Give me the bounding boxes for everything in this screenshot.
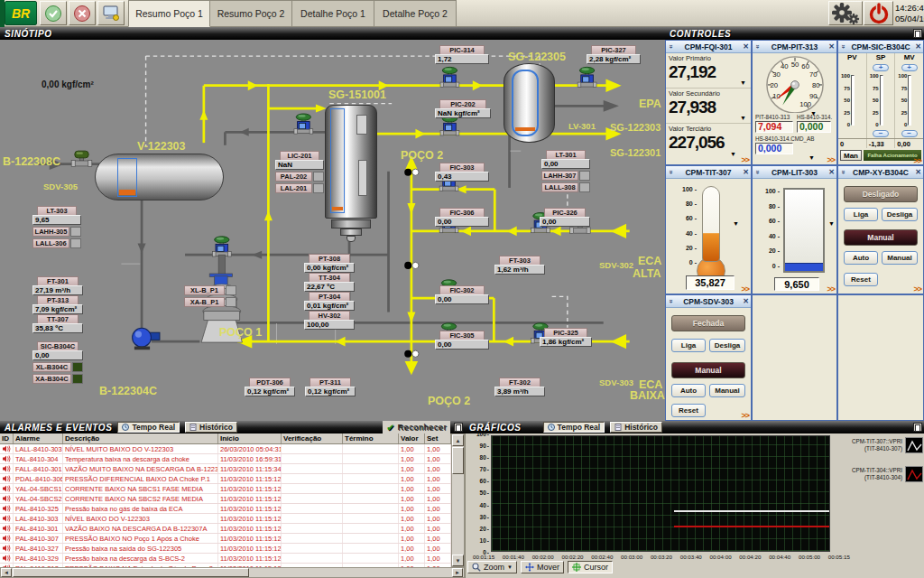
table-sic-stack[interactable]: SIC-B304C 0,00 XL-B304C XA-B304C <box>32 341 83 384</box>
alarms-historico-button[interactable]: Histórico <box>185 422 237 433</box>
close-icon[interactable]: ✕ <box>741 42 751 51</box>
table-fic305[interactable]: FIC-305 0,00 <box>435 331 489 350</box>
expand-icon[interactable]: >> <box>913 284 921 294</box>
vessel-v122303[interactable] <box>95 154 224 200</box>
tab-detalhe-poco-1[interactable]: Detalhe Poço 1 <box>292 0 374 27</box>
valve-pic-314[interactable] <box>440 67 459 87</box>
connection-error-button[interactable] <box>69 1 96 25</box>
trend-pan-button[interactable]: Mover <box>521 561 564 573</box>
alarm-row[interactable]: PAL-8410-325 Pressão baixa no gás de bai… <box>0 504 451 514</box>
close-icon[interactable]: ✕ <box>741 168 751 176</box>
alarm-vscrollbar[interactable]: ▲ ▼ <box>451 434 465 567</box>
tab-detalhe-poco-2[interactable]: Detalhe Poço 2 <box>374 0 457 27</box>
alarm-row[interactable]: LALL-8410-303 NÍVEL MUITO BAIXO DO V-122… <box>0 444 451 454</box>
alarm-row[interactable]: PDAL-8410-306 PRESSÃO DIFERENCIAL BAIXO … <box>0 474 451 484</box>
acknowledge-area[interactable]: ✔ Reconhecer <box>383 421 450 434</box>
liga-button[interactable]: Liga <box>671 339 706 352</box>
reset-button[interactable]: Reset <box>844 273 878 286</box>
mv-increase-button[interactable]: + <box>901 64 918 71</box>
scroll-thumb[interactable] <box>452 447 464 474</box>
expand-icon[interactable]: >> <box>741 411 749 420</box>
collapse-icon[interactable]: « <box>667 167 675 177</box>
table-fic306[interactable]: FIC-306 0,00 <box>435 208 489 227</box>
expand-icon[interactable]: >> <box>913 156 921 165</box>
alarm-row[interactable]: PAL-8410-327 Pressão baixa na saída do S… <box>0 544 451 554</box>
alarm-row[interactable]: LAL-8410-303 NÍVEL BAIXO DO V-122303 11/… <box>0 514 451 524</box>
auto-button[interactable]: Auto <box>844 251 878 265</box>
table-pic327[interactable]: PIC-327 2,28 kgf/cm² <box>587 45 641 64</box>
valve-lic-201[interactable] <box>294 114 313 134</box>
vessel-sg151001[interactable] <box>325 105 377 219</box>
table-pic325[interactable]: PIC-325 1,86 kgf/cm² <box>540 328 592 347</box>
alarm-row[interactable]: YAL-04-SBCS1 CORRENTE BAIXO NA SBCS1 FAS… <box>0 484 451 494</box>
scroll-down-icon[interactable]: ▼ <box>452 555 464 566</box>
alarm-row[interactable]: YAL-04-SBCS2 CORRENTE BAIXO NA SBCS2 FAS… <box>0 494 451 504</box>
alarm-row[interactable]: FALL-8410-301 VAZÃO MUITO BAIXO NA DESCA… <box>0 464 451 474</box>
sp-increase-button[interactable]: + <box>873 64 889 71</box>
shutdown-button[interactable] <box>864 1 893 25</box>
alarm-hscrollbar[interactable]: ◄ ► <box>0 567 465 578</box>
sp-slider[interactable] <box>880 75 883 126</box>
maximize-icon[interactable] <box>913 29 922 38</box>
legend-entry[interactable]: CPM-TIT-304::VPRI(TIT-8410-304) <box>831 466 923 482</box>
liga-button[interactable]: Liga <box>844 208 878 221</box>
table-pdt306[interactable]: PDT-306 0,12 kgf/cm² <box>245 378 295 396</box>
table-ft303[interactable]: FT-303 1,62 m³/h <box>494 256 545 275</box>
table-lt303[interactable]: LT-303 9,65 LAHH-305 LALL-306 <box>32 206 81 248</box>
manual-button[interactable]: Manual <box>882 251 918 265</box>
alarm-row[interactable]: PAL-8410-307 PRESSÃO BAIXO NO Poço 1 Apó… <box>0 534 451 544</box>
dropdown-icon[interactable]: ▼ <box>740 79 746 86</box>
legend-entry[interactable]: CPM-TIT-307::VPRI(TIT-8410-307) <box>831 437 923 453</box>
collapse-icon[interactable]: « <box>839 167 847 177</box>
sp-decrease-button[interactable]: − <box>873 130 889 137</box>
scroll-thumb[interactable] <box>13 568 249 577</box>
col-set[interactable]: Set <box>425 434 451 443</box>
table-lt301[interactable]: LT-301 0,00 LAHH-307 LALL-308 <box>541 150 590 192</box>
table-fic303[interactable]: FIC-303 0,43 <box>435 163 489 182</box>
col-descricao[interactable]: Descrição <box>63 434 218 443</box>
close-icon[interactable]: ✕ <box>913 42 923 51</box>
col-alarme[interactable]: Alarme <box>14 434 63 443</box>
table-pic202[interactable]: PIC-202 NaN kgf/cm² <box>435 99 491 118</box>
table-pic314[interactable]: PIC-314 1,72 <box>435 45 489 64</box>
col-verificacao[interactable]: Verificação <box>282 434 343 443</box>
expand-icon[interactable]: >> <box>741 284 749 294</box>
table-lic201[interactable]: LIC-201 NaN PAL-202 LAL-201 <box>275 151 324 193</box>
pv-slider[interactable] <box>851 75 855 126</box>
dropdown-icon[interactable]: ▼ <box>733 220 739 227</box>
desliga-button[interactable]: Desliga <box>709 339 745 352</box>
connection-ok-button[interactable] <box>40 1 67 25</box>
collapse-icon[interactable]: « <box>753 167 762 177</box>
graphics-historico-button[interactable]: Histórico <box>610 422 662 433</box>
close-icon[interactable]: ✕ <box>913 168 923 176</box>
table-xl-bp1[interactable]: XL-B_P1 XA-B_P1 <box>184 285 236 307</box>
table-ft302[interactable]: FT-302 3,89 m³/h <box>494 378 545 396</box>
col-id[interactable]: ID <box>0 434 14 443</box>
maximize-icon[interactable] <box>913 423 922 432</box>
valve-pic-202[interactable] <box>440 116 459 135</box>
graphics-tempo-real-button[interactable]: Tempo Real <box>543 422 605 433</box>
trend-plot[interactable] <box>491 435 830 552</box>
manual-button[interactable]: Manual <box>709 384 745 397</box>
tab-resumo-poco-2[interactable]: Resumo Poço 2 <box>210 0 292 27</box>
vessel-sg122305[interactable] <box>504 63 555 143</box>
mv-decrease-button[interactable]: − <box>901 130 918 137</box>
table-pic326[interactable]: PIC-326 0,00 <box>540 208 590 227</box>
expand-icon[interactable]: >> <box>827 284 835 294</box>
col-valor[interactable]: Valor <box>399 434 425 443</box>
dropdown-icon[interactable]: ▼ <box>828 220 835 227</box>
valve-pic-327[interactable] <box>578 67 596 87</box>
table-pt308-stack[interactable]: PT-308 0,00 kgf/cm² TT-304 22,67 ºC PT-3… <box>304 254 355 330</box>
settings-button[interactable] <box>828 1 863 25</box>
auto-button[interactable]: Auto <box>671 384 706 397</box>
collapse-icon[interactable]: « <box>667 296 675 306</box>
maximize-icon[interactable] <box>454 423 463 432</box>
tab-resumo-poco-1[interactable]: Resumo Poço 1 <box>128 0 210 27</box>
scroll-left-icon[interactable]: ◄ <box>1 568 12 577</box>
valve-sdv-305[interactable] <box>71 151 92 166</box>
collapse-icon[interactable]: « <box>667 42 675 51</box>
dropdown-icon[interactable]: ▼ <box>810 110 817 117</box>
alarm-row[interactable]: FAL-8410-301 VAZÃO BAIXO NA DESCARGA DA … <box>0 524 451 534</box>
table-fic302[interactable]: FIC-302 0,00 <box>435 285 489 304</box>
scroll-right-icon[interactable]: ► <box>452 568 463 577</box>
